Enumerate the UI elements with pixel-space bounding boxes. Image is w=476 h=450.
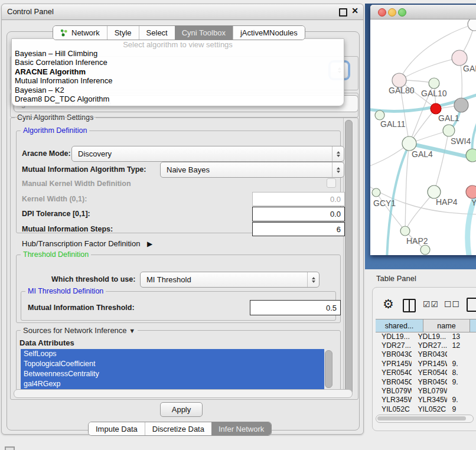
network-node-gcy1[interactable] xyxy=(372,188,380,197)
table-cell: YBR043C xyxy=(412,350,447,358)
attribute-item[interactable]: SelfLoops xyxy=(21,349,324,359)
dropdown-item[interactable]: Bayesian – Hill Climbing xyxy=(12,49,344,58)
table-row[interactable]: YBL079WYBL079W xyxy=(376,386,475,395)
tab-style[interactable]: Style xyxy=(107,26,139,40)
settings-scrollbar-thumb[interactable] xyxy=(345,120,353,395)
table-row[interactable]: YPR145WYPR145W9. xyxy=(376,359,475,368)
table-hscrollbar[interactable] xyxy=(376,415,474,423)
mi-type-combo[interactable]: Naive Bayes xyxy=(160,162,344,178)
float-window-icon[interactable] xyxy=(339,8,347,17)
node-label: SWI4 xyxy=(451,136,471,146)
aracne-mode-combo[interactable]: Discovery xyxy=(71,146,344,162)
sources-title[interactable]: Sources for Network Inference ▼ xyxy=(21,326,138,335)
table-row[interactable]: YER054CYER054C8. xyxy=(376,369,475,377)
network-window-titlebar[interactable] xyxy=(370,5,476,19)
column-header[interactable]: name xyxy=(423,319,470,332)
network-node[interactable] xyxy=(466,149,476,162)
cyni-bottom-tabbar: Impute DataDiscretize DataInfer Network xyxy=(88,422,272,436)
network-node-y[interactable] xyxy=(466,185,476,198)
apply-button-label: Apply xyxy=(172,405,191,414)
gear-icon[interactable]: ⚙ xyxy=(383,297,394,311)
network-node[interactable] xyxy=(468,19,476,31)
table-hscrollbar-thumb[interactable] xyxy=(377,416,466,420)
settings-scrollbar-track[interactable] xyxy=(343,118,354,398)
table-row[interactable]: YLR345WYLR345W9. xyxy=(376,396,475,405)
combo-stepper-icon xyxy=(332,162,344,177)
data-attributes-label: Data Attributes xyxy=(19,338,74,347)
network-node-gal10[interactable] xyxy=(429,78,439,89)
checked-boxes-icon[interactable]: ☑☑ xyxy=(423,299,439,309)
zoom-traffic-icon[interactable] xyxy=(398,8,406,17)
which-threshold-value: MI Threshold xyxy=(146,275,191,284)
network-node-hap2[interactable] xyxy=(400,226,410,236)
dropdown-item[interactable]: Mutual Information Inference xyxy=(12,76,344,85)
panel-title: Control Panel xyxy=(7,7,54,16)
data-attributes-list[interactable]: SelfLoopsTopologicalCoefficientBetweenne… xyxy=(21,349,324,389)
settings-hscrollbar[interactable] xyxy=(14,389,353,398)
node-label: GAL10 xyxy=(421,89,447,98)
document-icon[interactable] xyxy=(467,298,476,312)
algorithm-definition-title: Algorithm Definition xyxy=(21,126,89,135)
table-cell: 9. xyxy=(447,378,475,386)
network-node-gal1[interactable] xyxy=(431,103,441,114)
column-header[interactable]: A xyxy=(470,319,476,332)
table-row[interactable]: YBR043CYBR043C xyxy=(376,350,475,359)
kernel-width-field[interactable]: 0.0 xyxy=(252,192,345,206)
network-node-swi4[interactable] xyxy=(443,125,455,136)
tab-cyni-toolbox[interactable]: Cyni Toolbox xyxy=(175,26,233,40)
tab-label: Cyni Toolbox xyxy=(182,28,226,37)
dropdown-items: Bayesian – Hill ClimbingBasic Correlatio… xyxy=(12,49,344,103)
table-row[interactable]: YDL19...YDL19...13 xyxy=(376,332,475,341)
mi-steps-value: 6 xyxy=(337,225,341,234)
network-node[interactable] xyxy=(454,98,468,112)
control-panel-tabbar: NetworkStyleSelectCyni ToolboxjActiveMNo… xyxy=(53,25,305,40)
attributes-scrollbar-thumb[interactable] xyxy=(325,350,332,388)
dpi-tolerance-field[interactable]: 0.0 xyxy=(252,207,345,221)
which-threshold-combo[interactable]: MI Threshold xyxy=(140,272,319,288)
mi-steps-field[interactable]: 6 xyxy=(252,222,345,236)
table-row[interactable]: YDR27...YDR27...12 xyxy=(376,341,475,350)
close-traffic-icon[interactable] xyxy=(378,8,386,17)
node-label: GAL80 xyxy=(389,86,415,95)
table-cell: 8. xyxy=(447,369,475,377)
network-canvas[interactable]: GALGAL80GAL10GAL1GAL11SWI4GAL4GCY1HAP4YH… xyxy=(370,19,476,255)
tab-network[interactable]: Network xyxy=(53,26,107,40)
node-label: HAP4 xyxy=(436,197,458,207)
dropdown-item[interactable]: Bayesian – K2 xyxy=(12,86,344,94)
tab-impute-data[interactable]: Impute Data xyxy=(89,422,145,435)
dropdown-placeholder: Select algorithm to view settings xyxy=(12,40,344,49)
tab-infer-network[interactable]: Infer Network xyxy=(211,422,271,435)
attribute-item[interactable]: TopologicalCoefficient xyxy=(21,359,324,369)
dropdown-item[interactable]: ARACNE Algorithm xyxy=(12,67,344,76)
tab-select[interactable]: Select xyxy=(139,26,175,40)
split-columns-icon[interactable] xyxy=(403,299,416,312)
table-cell: 13 xyxy=(447,332,475,341)
apply-button[interactable]: Apply xyxy=(160,402,203,417)
mi-type-label: Mutual Information Algorithm Type: xyxy=(22,165,146,174)
attribute-item[interactable]: BetweennessCentrality xyxy=(21,369,324,379)
dpi-tolerance-value: 0.0 xyxy=(330,210,341,219)
table-header: shared...nameA xyxy=(376,319,476,332)
unchecked-boxes-icon[interactable]: ☐☐ xyxy=(444,299,460,309)
tab-discretize-data[interactable]: Discretize Data xyxy=(145,422,211,435)
mi-threshold-field[interactable]: 0.5 xyxy=(250,300,341,315)
dropdown-item[interactable]: Dream8 DC_TDC Algorithm xyxy=(12,94,344,103)
tab-jactivemnodules[interactable]: jActiveMNodules xyxy=(233,26,305,40)
network-node-gal11[interactable] xyxy=(375,110,384,120)
minimize-traffic-icon[interactable] xyxy=(388,8,396,17)
mi-threshold-value: 0.5 xyxy=(326,304,337,312)
dropdown-item[interactable]: Basic Correlation Inference xyxy=(12,58,344,67)
table-row[interactable]: YIL052CYIL052C9 xyxy=(376,405,475,413)
column-header[interactable]: shared... xyxy=(376,319,423,332)
table-cell: YBR045C xyxy=(412,378,447,386)
network-node[interactable] xyxy=(420,245,430,255)
manual-kernel-checkbox[interactable] xyxy=(327,178,336,188)
table-row[interactable]: YBR045CYBR045C9. xyxy=(376,377,475,386)
tab-label: Select xyxy=(146,28,168,37)
attribute-item[interactable]: gal4RGexp xyxy=(21,379,324,389)
network-node-hap4[interactable] xyxy=(428,185,441,198)
network-node-gal4[interactable] xyxy=(402,136,416,151)
close-icon[interactable]: ✕ xyxy=(351,6,358,15)
hub-definition-toggle[interactable]: Hub/Transcription Factor Definition ▶ xyxy=(22,239,152,248)
corner-widget-icon[interactable] xyxy=(5,446,15,450)
